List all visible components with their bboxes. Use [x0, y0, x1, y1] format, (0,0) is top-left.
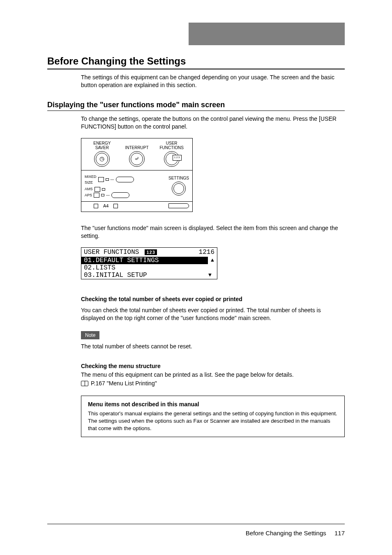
- settings-button-group: SETTINGS: [168, 176, 189, 196]
- user-functions-button-group: USER FUNCTIONS 1 2 3: [154, 141, 189, 167]
- led-slot: [102, 188, 105, 191]
- section1-paragraph: To change the settings, operate the butt…: [81, 115, 345, 131]
- user-functions-label-1: USER: [154, 141, 189, 145]
- cross-reference: P.167 "Menu List Printing": [81, 380, 345, 387]
- led-slot: [106, 178, 109, 181]
- user-functions-label-2: FUNCTIONS: [154, 145, 189, 150]
- lcd-total-count: 1216: [199, 249, 214, 256]
- lcd-menu-item-2[interactable]: 02.LISTS: [81, 264, 217, 272]
- note-body: The total number of sheets cannot be res…: [81, 343, 345, 350]
- energy-saver-label-2: SAVER: [85, 145, 120, 150]
- menu-structure-paragraph: The menu of this equipment can be printe…: [81, 371, 345, 379]
- section1-after-paragraph: The "user functions mode" main screen is…: [81, 224, 345, 240]
- tray-icon: [168, 203, 189, 208]
- interrupt-label: INTERRUPT: [120, 145, 154, 150]
- intro-paragraph: The settings of this equipment can be ch…: [81, 74, 345, 89]
- counter-icon: 123: [145, 249, 157, 255]
- lcd-screen-figure: USER FUNCTIONS 123 1216 01.DEFAULT SETTI…: [81, 247, 217, 279]
- lcd-menu-item-3[interactable]: 03.INITIAL SETUP ▼: [81, 272, 217, 279]
- page-number: 117: [334, 530, 345, 537]
- info-box-body: This operator's manual explains the gene…: [88, 410, 338, 432]
- indicator-square: [113, 204, 118, 208]
- mixed-size-label-1: MIXED: [85, 175, 97, 179]
- footer: Before Changing the Settings 117: [246, 530, 345, 537]
- mixed-size-label-2: SIZE: [85, 180, 93, 184]
- user-functions-badge: 1 2 3: [173, 155, 182, 161]
- energy-saver-label-1: ENERGY: [85, 141, 120, 145]
- led-slot: [101, 194, 104, 196]
- info-box-title: Menu items not described in this manual: [88, 401, 338, 408]
- book-icon: [81, 381, 88, 386]
- mixed-size-button[interactable]: [116, 177, 134, 182]
- indicator-square: [94, 204, 98, 208]
- lcd-menu-item-1-text: 01.DEFAULT SETTINGS: [81, 257, 208, 264]
- scroll-up-icon: ▲: [208, 257, 217, 264]
- lcd-menu-item-selected[interactable]: 01.DEFAULT SETTINGS ▲: [81, 257, 217, 264]
- a4-label: A4: [103, 203, 108, 208]
- ams-label: AMS: [85, 186, 93, 192]
- ams-icon: [95, 187, 100, 192]
- section-heading-displaying: Displaying the "user functions mode" mai…: [47, 101, 345, 111]
- ams-aps-button[interactable]: [111, 192, 129, 198]
- cross-reference-text: P.167 "Menu List Printing": [91, 380, 157, 387]
- energy-saver-button-group: ENERGY SAVER ◷: [85, 141, 120, 167]
- lcd-menu-item-2-text: 02.LISTS: [84, 264, 214, 272]
- lcd-menu-item-3-text: 03.INITIAL SETUP: [84, 272, 205, 279]
- interrupt-button[interactable]: ⤶: [129, 151, 145, 167]
- lcd-screen-title: USER FUNCTIONS: [84, 249, 139, 256]
- panel-left-indicators: MIXED SIZE — AMS APS —: [85, 173, 134, 199]
- info-box: Menu items not described in this manual …: [81, 396, 345, 437]
- settings-button[interactable]: [172, 182, 186, 196]
- checking-sheets-paragraph: You can check the total number of sheets…: [81, 306, 345, 322]
- settings-label: SETTINGS: [168, 176, 189, 180]
- interrupt-icon: ⤶: [131, 153, 143, 165]
- clock-icon: ◷: [96, 153, 108, 165]
- note-label: Note: [81, 331, 99, 339]
- aps-label: APS: [85, 192, 92, 198]
- subheading-checking-sheets: Checking the total number of sheets ever…: [81, 296, 345, 302]
- header-color-bar: [189, 23, 345, 45]
- footer-divider: [47, 524, 345, 524]
- control-panel-figure: ENERGY SAVER ◷ INTERRUPT ⤶ USER FUNCTION…: [81, 138, 193, 212]
- user-functions-button[interactable]: 1 2 3: [164, 151, 180, 167]
- subheading-menu-structure: Checking the menu structure: [81, 363, 345, 369]
- aps-icon: [94, 193, 99, 198]
- page-title: Before Changing the Settings: [47, 55, 345, 69]
- footer-section-title: Before Changing the Settings: [246, 530, 326, 537]
- mixed-size-icon: [98, 177, 104, 182]
- settings-icon: [173, 183, 184, 194]
- energy-saver-button[interactable]: ◷: [94, 151, 110, 167]
- scroll-down-icon: ▼: [205, 272, 214, 279]
- interrupt-button-group: INTERRUPT ⤶: [120, 141, 154, 167]
